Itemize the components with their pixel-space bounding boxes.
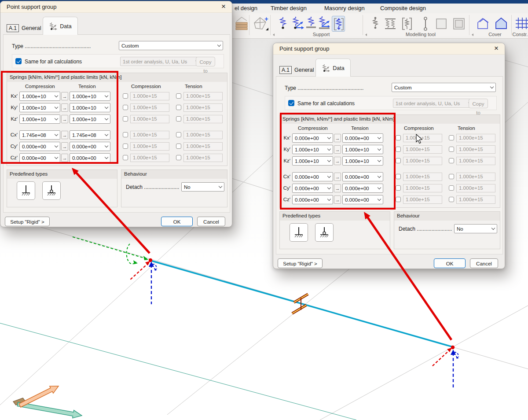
- rigid-support-type-button[interactable]: [17, 181, 35, 200]
- ribbon-tab-timber-design[interactable]: Timber design: [271, 5, 307, 11]
- compression-stiffness-combobox[interactable]: 0.000e+00: [19, 153, 60, 162]
- type-combobox[interactable]: Custom: [119, 41, 223, 50]
- compression-stiffness-combobox[interactable]: 0.000e+00: [19, 142, 60, 151]
- plastic-limit-tension-checkbox[interactable]: [176, 155, 181, 160]
- cover-filled-icon[interactable]: [494, 16, 509, 32]
- tension-stiffness-combobox[interactable]: 1.000e+10: [70, 103, 110, 112]
- point-support-icon[interactable]: [276, 16, 290, 32]
- cancel-button[interactable]: Cancel: [197, 217, 225, 226]
- setup-rigid-button[interactable]: Setup "Rigid" >: [5, 217, 50, 226]
- left-point-support-symbol[interactable]: [73, 237, 157, 304]
- line-support-group-icon[interactable]: [318, 16, 331, 32]
- compression-stiffness-combobox[interactable]: 0.000e+00: [292, 172, 333, 181]
- plastic-limit-compression-checkbox[interactable]: [396, 185, 401, 191]
- same-for-all-checkbox[interactable]: [288, 100, 294, 106]
- plastic-limit-compression-checkbox[interactable]: [123, 132, 128, 137]
- tension-stiffness-combobox[interactable]: 0.000e+00: [70, 153, 110, 162]
- line-connection-icon[interactable]: [384, 16, 397, 32]
- tension-stiffness-combobox[interactable]: 0.000e+00: [342, 133, 383, 143]
- plastic-limit-tension-checkbox[interactable]: [449, 135, 454, 140]
- plastic-limit-compression-checkbox[interactable]: [123, 155, 128, 160]
- cover-outline-icon[interactable]: [476, 16, 491, 32]
- plastic-limit-compression-checkbox[interactable]: [396, 197, 401, 202]
- plastic-limit-compression-checkbox[interactable]: [123, 93, 128, 99]
- detach-combobox[interactable]: No: [181, 182, 224, 192]
- copy-to-tension-button[interactable]: →: [334, 173, 341, 181]
- tension-stiffness-combobox[interactable]: 0.000e+00: [342, 172, 383, 181]
- surface-support-group-icon[interactable]: [332, 16, 345, 32]
- plastic-limit-tension-checkbox[interactable]: [449, 197, 454, 202]
- plastic-limit-tension-checkbox[interactable]: [176, 144, 181, 149]
- detach-combobox[interactable]: No: [454, 224, 497, 233]
- compression-stiffness-combobox[interactable]: 1.000e+10: [19, 103, 60, 112]
- new-structure-tool-icon[interactable]: +: [253, 16, 269, 32]
- plastic-limit-tension-checkbox[interactable]: [176, 116, 181, 122]
- copy-to-tension-button[interactable]: →: [334, 184, 341, 192]
- foundation-icon[interactable]: [235, 16, 248, 32]
- plastic-limit-tension-checkbox[interactable]: [449, 174, 454, 179]
- plastic-limit-compression-checkbox[interactable]: [396, 147, 401, 152]
- plastic-limit-compression-checkbox[interactable]: [123, 105, 128, 110]
- plastic-limit-compression-checkbox[interactable]: [123, 144, 128, 149]
- plastic-limit-tension-checkbox[interactable]: [176, 93, 181, 99]
- copy-to-tension-button[interactable]: →: [61, 154, 68, 162]
- hinged-support-type-button[interactable]: [42, 181, 61, 200]
- close-icon[interactable]: ×: [491, 44, 501, 53]
- plastic-limit-compression-checkbox[interactable]: [123, 116, 128, 122]
- plastic-limit-compression-checkbox[interactable]: [396, 158, 401, 163]
- compression-stiffness-combobox[interactable]: 1.000e+10: [19, 92, 60, 101]
- tension-stiffness-combobox[interactable]: 1.745e+08: [70, 130, 110, 140]
- compression-stiffness-combobox[interactable]: 0.000e+00: [292, 133, 333, 143]
- beam-element[interactable]: [151, 261, 453, 347]
- point-connection-icon[interactable]: [369, 16, 382, 32]
- tension-stiffness-combobox[interactable]: 0.000e+00: [342, 184, 383, 193]
- dialog-titlebar[interactable]: Point support group ×: [273, 43, 505, 55]
- surface-connection-icon[interactable]: [400, 16, 414, 32]
- same-for-all-checkbox[interactable]: [15, 58, 22, 64]
- rigid-support-type-button[interactable]: [290, 223, 308, 242]
- tension-stiffness-combobox[interactable]: 1.000e+10: [342, 145, 383, 154]
- plastic-limit-tension-checkbox[interactable]: [176, 132, 181, 137]
- copy-to-tension-button[interactable]: →: [61, 131, 68, 139]
- compression-stiffness-combobox[interactable]: 0.000e+00: [292, 195, 333, 204]
- point-support-group-icon[interactable]: [291, 16, 304, 32]
- compression-stiffness-combobox[interactable]: 1.000e+10: [292, 156, 333, 166]
- compression-stiffness-combobox[interactable]: 1.000e+10: [292, 145, 333, 154]
- tab-data[interactable]: Data: [43, 17, 78, 35]
- construction-grid-icon[interactable]: [515, 16, 528, 32]
- tab-general[interactable]: A.1 General: [279, 64, 314, 76]
- ribbon-tab-masonry-design[interactable]: Masonry design: [324, 5, 365, 11]
- compression-stiffness-combobox[interactable]: 1.745e+08: [19, 130, 60, 140]
- tension-stiffness-combobox[interactable]: 0.000e+00: [342, 195, 383, 204]
- ok-button[interactable]: OK: [161, 217, 193, 226]
- ribbon-tab-steel-design[interactable]: el design: [235, 5, 257, 11]
- compression-stiffness-combobox[interactable]: 1.000e+10: [19, 114, 60, 124]
- plate-icon[interactable]: [435, 16, 448, 32]
- copy-to-tension-button[interactable]: →: [61, 92, 68, 100]
- cancel-button[interactable]: Cancel: [470, 258, 498, 268]
- tension-stiffness-combobox[interactable]: 1.000e+10: [70, 92, 110, 101]
- copy-to-tension-button[interactable]: →: [334, 195, 341, 204]
- plastic-limit-tension-checkbox[interactable]: [176, 105, 181, 110]
- ok-button[interactable]: OK: [434, 258, 466, 268]
- type-combobox[interactable]: Custom: [392, 83, 496, 92]
- plastic-limit-tension-checkbox[interactable]: [449, 147, 454, 152]
- copy-to-tension-button[interactable]: →: [334, 145, 341, 154]
- copy-to-tension-button[interactable]: →: [61, 142, 68, 151]
- tension-stiffness-combobox[interactable]: 1.000e+10: [70, 114, 110, 124]
- compression-stiffness-combobox[interactable]: 0.000e+00: [292, 184, 333, 193]
- copy-to-tension-button[interactable]: →: [334, 134, 341, 142]
- setup-rigid-button[interactable]: Setup "Rigid" >: [278, 258, 323, 268]
- dialog-titlebar[interactable]: Point support group ×: [0, 1, 232, 13]
- right-point-support-symbol[interactable]: [432, 346, 459, 388]
- plastic-limit-tension-checkbox[interactable]: [449, 158, 454, 163]
- ribbon-tab-composite-design[interactable]: Composite design: [380, 5, 426, 11]
- tab-data[interactable]: Data: [315, 59, 351, 77]
- plastic-limit-tension-checkbox[interactable]: [449, 185, 454, 191]
- tension-stiffness-combobox[interactable]: 0.000e+00: [70, 142, 110, 151]
- copy-to-tension-button[interactable]: →: [61, 115, 68, 123]
- close-icon[interactable]: ×: [219, 2, 228, 11]
- line-support-icon[interactable]: [304, 16, 318, 32]
- copy-to-tension-button[interactable]: →: [61, 103, 68, 112]
- wall-icon[interactable]: [452, 16, 466, 32]
